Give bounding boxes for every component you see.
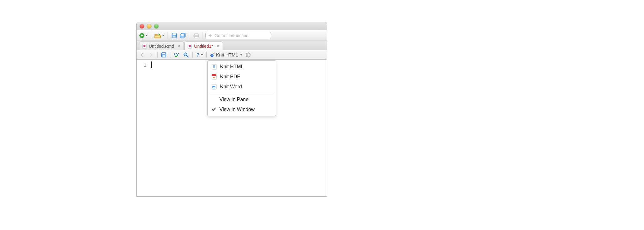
tab-label: Untitled1*: [194, 44, 213, 49]
menu-item-label: Knit HTML: [220, 64, 244, 70]
line-number: 1: [137, 61, 147, 68]
svg-line-21: [187, 56, 188, 57]
separator: [168, 32, 168, 39]
chevron-down-icon: [240, 54, 243, 56]
knit-button-label: Knit HTML: [215, 52, 239, 57]
tab-untitled-rmd[interactable]: Untitled.Rmd ✕: [139, 42, 184, 50]
goto-arrow-icon: [208, 33, 213, 38]
separator: [192, 52, 193, 58]
svg-line-34: [249, 53, 250, 54]
svg-rect-10: [195, 33, 198, 35]
chevron-down-icon: [162, 35, 164, 36]
chevron-down-icon: [145, 35, 148, 36]
svg-rect-8: [181, 34, 184, 36]
print-button[interactable]: [193, 32, 200, 39]
save-button[interactable]: [170, 32, 178, 39]
separator: [170, 52, 170, 58]
document-tabbar: Untitled.Rmd ✕ Untitled1* ✕: [137, 41, 327, 50]
menu-item-knit-word[interactable]: W Knit Word: [208, 82, 276, 92]
svg-text:?: ?: [196, 52, 199, 58]
gear-icon: [245, 52, 251, 58]
svg-rect-5: [173, 36, 175, 37]
nav-forward-button[interactable]: [147, 51, 155, 59]
knit-icon: [210, 52, 215, 57]
svg-line-33: [249, 56, 250, 57]
word-file-icon: W: [211, 84, 217, 90]
editor-toolbar: ABC ? Knit HTML: [137, 50, 327, 60]
knit-button[interactable]: Knit HTML: [209, 51, 243, 59]
svg-rect-41: [212, 74, 216, 76]
svg-rect-2: [141, 35, 143, 36]
window-minimize-button[interactable]: [147, 24, 151, 28]
menu-item-label: Knit PDF: [220, 74, 240, 80]
window-close-button[interactable]: [140, 24, 144, 28]
rmd-file-icon: [142, 44, 147, 49]
chevron-down-icon: [201, 54, 203, 56]
window-zoom-button[interactable]: [154, 24, 158, 28]
separator: [157, 52, 158, 58]
separator: [203, 32, 203, 39]
pdf-file-icon: [211, 74, 217, 80]
tab-label: Untitled.Rmd: [149, 44, 174, 49]
svg-text:ABC: ABC: [174, 53, 180, 56]
titlebar: [137, 22, 327, 30]
save-all-button[interactable]: [179, 32, 187, 39]
menu-item-view-in-pane[interactable]: View in Pane: [208, 95, 276, 105]
spellcheck-button[interactable]: ABC: [173, 51, 181, 59]
knit-dropdown-menu: Knit HTML Knit PDF W Knit Word: [207, 60, 276, 116]
checkmark-icon: [211, 107, 216, 112]
menu-item-label: Knit Word: [220, 84, 242, 90]
svg-rect-4: [173, 33, 176, 35]
svg-point-37: [213, 65, 215, 68]
svg-line-32: [246, 53, 247, 54]
text-caret: [151, 61, 152, 68]
menu-separator: [209, 93, 274, 93]
separator: [190, 32, 190, 39]
open-file-button[interactable]: [154, 32, 165, 39]
svg-point-13: [143, 45, 146, 47]
rmd-file-icon: [187, 44, 192, 49]
tab-close-icon[interactable]: ✕: [216, 44, 219, 48]
svg-rect-17: [162, 53, 165, 54]
find-button[interactable]: [182, 51, 190, 59]
document-options-button[interactable]: [244, 51, 252, 59]
svg-text:W: W: [213, 86, 215, 88]
html-file-icon: [211, 64, 217, 70]
editor-save-button[interactable]: [160, 51, 168, 59]
menu-item-label: View in Window: [219, 107, 255, 112]
help-button[interactable]: ?: [195, 51, 204, 59]
menu-item-knit-html[interactable]: Knit HTML: [208, 62, 276, 72]
new-file-button[interactable]: [138, 32, 148, 39]
svg-line-35: [246, 56, 247, 57]
tab-close-icon[interactable]: ✕: [177, 44, 180, 48]
separator: [206, 52, 207, 58]
menu-item-knit-pdf[interactable]: Knit PDF: [208, 72, 276, 82]
menu-item-view-in-window[interactable]: View in Window: [208, 105, 276, 115]
line-gutter: 1: [137, 60, 150, 196]
go-to-file-placeholder: Go to file/function: [214, 33, 249, 38]
svg-rect-11: [195, 37, 198, 38]
app-window: Go to file/function Untitled.Rmd ✕ Untit…: [136, 22, 327, 197]
tab-untitled1[interactable]: Untitled1* ✕: [184, 42, 223, 50]
menu-item-label: View in Pane: [219, 97, 249, 102]
nav-back-button[interactable]: [138, 51, 146, 59]
go-to-file-input[interactable]: Go to file/function: [205, 32, 271, 39]
svg-rect-18: [163, 55, 165, 57]
svg-point-27: [248, 54, 249, 56]
separator: [151, 32, 151, 39]
svg-point-15: [189, 45, 191, 47]
main-toolbar: Go to file/function: [137, 30, 327, 41]
